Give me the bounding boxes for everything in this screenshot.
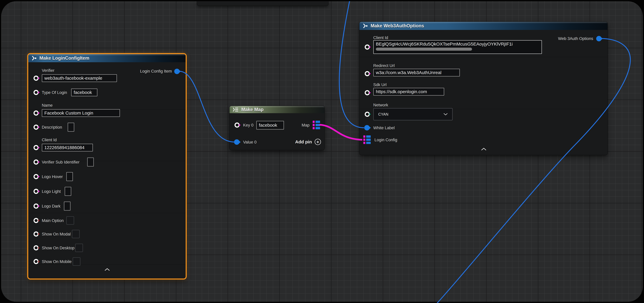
sdk-url-input[interactable] bbox=[373, 88, 444, 96]
node-title: Make Web3AuthOptions bbox=[370, 23, 424, 28]
collapse-chevron-icon[interactable] bbox=[481, 148, 486, 150]
client-id-input[interactable] bbox=[42, 144, 93, 152]
node-header-make-loginconfigitem[interactable]: Make LoginConfigItem bbox=[28, 54, 186, 62]
show-on-modal-checkbox[interactable] bbox=[72, 230, 80, 238]
pin-network[interactable] bbox=[365, 112, 370, 117]
type-of-login-input[interactable] bbox=[71, 88, 98, 96]
node-title: Make Map bbox=[241, 107, 264, 112]
pin-label-value0: Value 0 bbox=[243, 140, 256, 144]
pin-label-main-option: Main Option bbox=[42, 218, 64, 223]
pin-description[interactable] bbox=[34, 124, 39, 130]
node-make-web3authoptions[interactable]: Make Web3AuthOptions Web 3Auth Options C… bbox=[360, 22, 608, 155]
client-id-text: BEglQSgt4cUWcj6SKRdu5QkOXTsePmMcusG5EAoy… bbox=[376, 42, 539, 46]
pin-verifier-sub-identifier[interactable] bbox=[34, 160, 39, 164]
pin-map-out[interactable] bbox=[313, 121, 320, 129]
key0-input[interactable] bbox=[256, 121, 284, 130]
client-id-input[interactable]: BEglQSgt4cUWcj6SKRdu5QkOXTsePmMcusG5EAoy… bbox=[373, 40, 542, 54]
pin-label-show-on-modal: Show On Modal bbox=[42, 232, 71, 236]
output-pin-label: Map bbox=[302, 123, 310, 128]
redirect-url-input[interactable] bbox=[373, 69, 460, 76]
pin-label-redirect-url: Redirect Url bbox=[373, 63, 395, 68]
blueprint-editor: Make LoginConfigItem Login Config Item V… bbox=[0, 0, 644, 303]
make-container-icon bbox=[233, 107, 238, 112]
network-dropdown[interactable]: CYAN bbox=[373, 108, 453, 120]
description-input[interactable] bbox=[68, 123, 74, 132]
node-make-loginconfigitem[interactable]: Make LoginConfigItem Login Config Item V… bbox=[28, 54, 186, 278]
network-selected-value: CYAN bbox=[378, 112, 388, 116]
pin-label-sdk-url: Sdk Url bbox=[373, 82, 387, 87]
add-pin-label: Add pin bbox=[295, 139, 312, 144]
name-input[interactable] bbox=[42, 109, 120, 117]
pin-label-show-on-mobile: Show On Mobile bbox=[42, 259, 72, 264]
pin-label-type-of-login: Type Of Login bbox=[42, 90, 67, 95]
graph-canvas[interactable]: Make LoginConfigItem Login Config Item V… bbox=[1, 1, 643, 302]
pin-white-label[interactable] bbox=[364, 125, 370, 130]
node-header-make-map[interactable]: Make Map bbox=[230, 106, 324, 113]
pin-label-logo-hover: Logo Hover bbox=[42, 174, 63, 179]
logo-light-input[interactable] bbox=[65, 187, 71, 196]
pin-sdk-url[interactable] bbox=[365, 90, 370, 95]
pin-logo-dark[interactable] bbox=[34, 204, 39, 208]
pin-label-white-label: White Label bbox=[373, 126, 395, 130]
make-struct-icon bbox=[32, 56, 37, 60]
pin-show-on-mobile[interactable] bbox=[34, 259, 39, 264]
plus-circle-icon: + bbox=[315, 139, 321, 145]
pin-web3auth-options-out[interactable] bbox=[596, 36, 602, 41]
pin-label-logo-dark: Logo Dark bbox=[42, 204, 60, 208]
verifier-sub-identifier-input[interactable] bbox=[87, 158, 94, 166]
pin-main-option[interactable] bbox=[34, 218, 39, 223]
pin-client-id[interactable] bbox=[34, 145, 39, 150]
pin-label-login-config: Login Config bbox=[374, 138, 397, 142]
pin-label-client-id: Client Id bbox=[373, 35, 388, 40]
pin-label-show-on-desktop: Show On Desktop bbox=[42, 246, 74, 250]
pin-value0[interactable] bbox=[234, 139, 240, 145]
pin-logo-hover[interactable] bbox=[34, 174, 39, 179]
pin-redirect-url[interactable] bbox=[365, 71, 370, 76]
pin-label-verifier: Verifier bbox=[42, 68, 54, 73]
offscreen-node-edge[interactable] bbox=[197, 1, 328, 6]
pin-label-logo-light: Logo Light bbox=[42, 189, 61, 194]
pin-login-config[interactable] bbox=[363, 136, 371, 144]
pin-name[interactable] bbox=[34, 110, 39, 116]
pin-key0[interactable] bbox=[234, 122, 240, 128]
pin-label-description: Description bbox=[42, 125, 62, 130]
pin-show-on-desktop[interactable] bbox=[34, 245, 39, 250]
horizontal-scrollbar[interactable] bbox=[376, 48, 472, 51]
verifier-input[interactable] bbox=[42, 74, 117, 82]
pin-label-name: Name bbox=[42, 103, 52, 108]
show-on-mobile-checkbox[interactable] bbox=[72, 257, 80, 266]
output-pin-label: Web 3Auth Options bbox=[558, 36, 593, 41]
make-struct-icon bbox=[363, 24, 368, 28]
output-pin-label: Login Config Item bbox=[140, 69, 172, 74]
pin-label-key0: Key 0 bbox=[243, 123, 254, 128]
pin-client-id[interactable] bbox=[365, 44, 370, 50]
pin-show-on-modal[interactable] bbox=[34, 232, 39, 236]
logo-hover-input[interactable] bbox=[66, 172, 73, 181]
pin-label-client-id: Client Id bbox=[42, 138, 57, 142]
node-header-make-web3authoptions[interactable]: Make Web3AuthOptions bbox=[360, 22, 608, 30]
main-option-checkbox[interactable] bbox=[66, 216, 74, 225]
wire-map-to-login-config[interactable] bbox=[320, 125, 362, 140]
pin-login-config-item-out[interactable] bbox=[174, 69, 180, 74]
pin-label-verifier-sub-identifier: Verifier Sub Identifier bbox=[42, 160, 80, 164]
pin-label-network: Network bbox=[373, 103, 388, 108]
wire-login-config-item-to-value0[interactable] bbox=[179, 71, 235, 142]
node-make-map[interactable]: Make Map Key 0 Map Value 0 Add pin + bbox=[230, 106, 324, 150]
collapse-chevron-icon[interactable] bbox=[105, 268, 110, 271]
pin-logo-light[interactable] bbox=[34, 189, 39, 194]
show-on-desktop-checkbox[interactable] bbox=[75, 244, 83, 252]
pin-verifier[interactable] bbox=[34, 76, 39, 81]
add-pin-button[interactable]: Add pin + bbox=[295, 139, 321, 145]
pin-type-of-login[interactable] bbox=[34, 90, 39, 95]
chevron-down-icon bbox=[444, 113, 448, 116]
node-title: Make LoginConfigItem bbox=[40, 56, 89, 61]
logo-dark-input[interactable] bbox=[64, 202, 70, 210]
